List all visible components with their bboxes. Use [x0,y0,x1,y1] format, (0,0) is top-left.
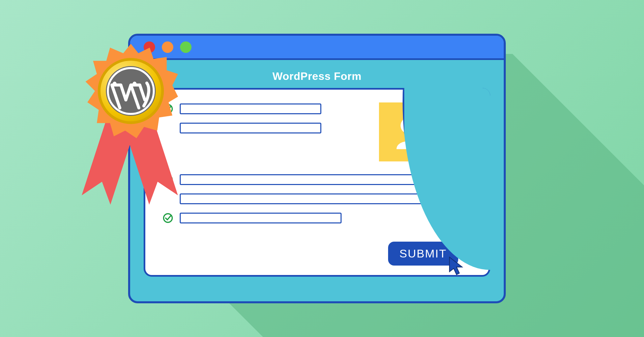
award-badge [78,44,185,212]
illustration-stage: WordPress Form [0,0,644,337]
form-card: SUBMIT [144,88,490,277]
check-icon [162,212,174,224]
form-title: WordPress Form [144,70,490,83]
form-field-3[interactable] [180,174,429,185]
form-area: WordPress Form [144,70,490,286]
cursor-icon [445,255,468,278]
form-field-1[interactable] [180,103,321,114]
form-field-4[interactable] [180,193,429,204]
window-titlebar [130,36,504,60]
form-field-2[interactable] [180,123,321,133]
wordpress-icon [106,66,156,116]
form-field-5[interactable] [180,213,342,223]
svg-point-3 [164,214,172,222]
badge-medal [98,58,164,124]
